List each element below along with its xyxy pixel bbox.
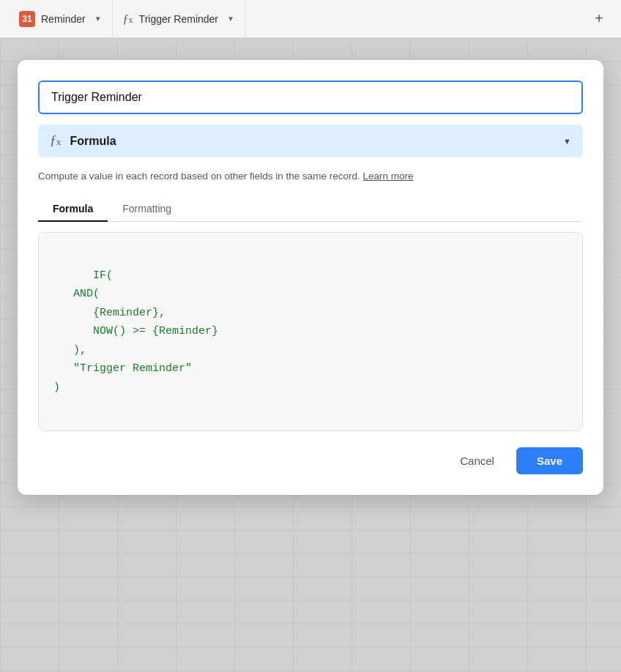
formula-field-chevron-icon: ▼ [227,15,234,23]
description-text: Compute a value in each record based on … [38,171,363,182]
formula-field-fx-icon: ƒx [123,12,133,26]
formula-field-tab-label: Trigger Reminder [139,13,218,25]
reminder-tab[interactable]: 31 Reminder ▼ [9,0,113,37]
field-type-description: Compute a value in each record based on … [38,169,583,184]
top-bar: 31 Reminder ▼ ƒx Trigger Reminder ▼ + [0,0,621,38]
formula-code-editor[interactable]: IF( AND( {Reminder}, NOW() >= {Reminder}… [38,232,583,431]
cancel-button[interactable]: Cancel [448,447,506,474]
field-type-label: Formula [70,135,564,148]
dialog-footer: Cancel Save [38,447,583,474]
learn-more-link[interactable]: Learn more [363,171,414,182]
formula-type-fx-icon: ƒx [50,133,62,149]
tab-formula[interactable]: Formula [38,197,108,222]
field-editor-dialog: ƒx Formula ▼ Compute a value in each rec… [18,60,603,495]
reminder-chevron-icon: ▼ [94,15,102,23]
main-area: ƒx Formula ▼ Compute a value in each rec… [0,38,621,672]
editor-tabs: Formula Formatting [38,197,583,222]
tab-formatting[interactable]: Formatting [108,197,186,222]
field-type-selector[interactable]: ƒx Formula ▼ [38,124,583,157]
add-field-button[interactable]: + [586,10,612,27]
formula-field-tab[interactable]: ƒx Trigger Reminder ▼ [113,0,245,37]
field-name-input[interactable] [38,81,583,114]
type-selector-chevron-icon: ▼ [563,137,571,146]
reminder-tab-label: Reminder [41,13,86,25]
calendar-icon: 31 [19,11,35,27]
save-button[interactable]: Save [516,447,583,474]
